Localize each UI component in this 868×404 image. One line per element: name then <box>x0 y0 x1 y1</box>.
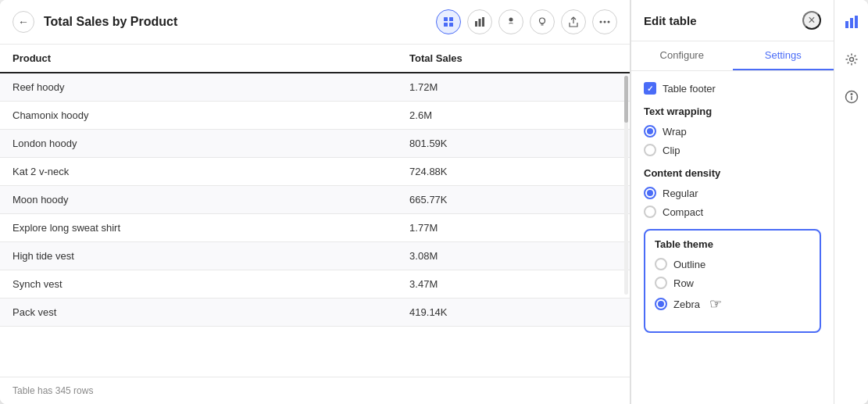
back-button[interactable]: ← <box>13 11 34 33</box>
panel-title: Edit table <box>644 14 697 27</box>
sales-cell: 801.59K <box>397 130 630 158</box>
table-theme-title: Table theme <box>655 238 810 250</box>
more-options-button[interactable] <box>592 9 617 34</box>
svg-rect-4 <box>475 21 477 27</box>
table-footer-label: Table footer <box>663 83 716 95</box>
table-header-row: Product Total Sales <box>0 45 630 73</box>
product-cell: Pack vest <box>0 299 397 327</box>
sidebar-settings-icon[interactable] <box>839 47 864 72</box>
text-wrapping-title: Text wrapping <box>644 105 821 117</box>
close-panel-button[interactable]: × <box>802 11 821 30</box>
outline-option[interactable]: Outline <box>655 258 810 270</box>
table-footer: Table has 345 rows <box>0 377 630 404</box>
toolbar <box>436 9 617 34</box>
share-button[interactable] <box>561 9 586 34</box>
page-title: Total Sales by Product <box>44 15 427 29</box>
svg-point-10 <box>604 21 606 23</box>
sidebar-info-icon[interactable] <box>839 84 864 109</box>
tab-settings[interactable]: Settings <box>733 41 834 70</box>
product-cell: Kat 2 v-neck <box>0 158 397 186</box>
bulb-button[interactable] <box>530 9 555 34</box>
svg-rect-3 <box>449 23 453 27</box>
table-row: London hoody801.59K <box>0 130 630 158</box>
row-radio[interactable] <box>655 277 667 289</box>
sales-cell: 1.77M <box>397 214 630 242</box>
zebra-option[interactable]: Zebra ☞ <box>655 295 810 313</box>
table-row: Chamonix hoody2.6M <box>0 102 630 130</box>
table-wrapper: Product Total Sales Reef hoody1.72MChamo… <box>0 45 630 377</box>
table-row: Reef hoody1.72M <box>0 73 630 102</box>
sales-cell: 419.14K <box>397 299 630 327</box>
content-density-group: Regular Compact <box>644 187 821 218</box>
svg-point-8 <box>540 18 545 23</box>
cursor-hand-icon: ☞ <box>709 295 722 313</box>
product-cell: Chamonix hoody <box>0 102 397 130</box>
bar-chart-button[interactable] <box>467 9 492 34</box>
vertical-scrollbar[interactable] <box>624 76 628 295</box>
product-cell: High tide vest <box>0 242 397 270</box>
sales-cell: 665.77K <box>397 186 630 214</box>
clip-option[interactable]: Clip <box>644 144 821 156</box>
panel-body: Table footer Text wrapping Wrap Clip Con… <box>631 71 834 404</box>
compact-label: Compact <box>663 206 703 218</box>
table-row: High tide vest3.08M <box>0 242 630 270</box>
svg-point-9 <box>600 21 602 23</box>
svg-point-7 <box>509 18 513 22</box>
compact-option[interactable]: Compact <box>644 206 821 218</box>
sales-cell: 1.72M <box>397 73 630 102</box>
product-cell: Explore long sweat shirt <box>0 214 397 242</box>
outline-radio[interactable] <box>655 258 667 270</box>
svg-rect-1 <box>449 17 453 21</box>
zebra-label: Zebra <box>673 299 700 310</box>
regular-radio[interactable] <box>644 187 656 199</box>
wrap-option[interactable]: Wrap <box>644 125 821 138</box>
sales-cell: 724.88K <box>397 158 630 186</box>
table-theme-section: Table theme Outline Row Zebra ☞ <box>644 229 821 333</box>
table-row: Synch vest3.47M <box>0 270 630 299</box>
svg-rect-6 <box>482 17 484 27</box>
text-wrapping-group: Wrap Clip <box>644 125 821 156</box>
table-row: Explore long sweat shirt1.77M <box>0 214 630 242</box>
svg-rect-14 <box>855 16 858 28</box>
sales-cell: 3.47M <box>397 270 630 299</box>
col-header-sales: Total Sales <box>397 45 630 73</box>
sales-cell: 2.6M <box>397 102 630 130</box>
tab-configure[interactable]: Configure <box>631 41 733 70</box>
edit-panel: Edit table × Configure Settings Table fo… <box>630 0 834 404</box>
data-table: Product Total Sales Reef hoody1.72MChamo… <box>0 45 630 327</box>
wrap-label: Wrap <box>663 126 687 138</box>
svg-rect-13 <box>850 18 853 28</box>
table-row: Kat 2 v-neck724.88K <box>0 158 630 186</box>
table-footer-setting: Table footer <box>644 82 821 95</box>
svg-point-11 <box>608 21 610 23</box>
zebra-radio[interactable] <box>655 298 667 310</box>
row-label: Row <box>673 277 694 289</box>
svg-rect-12 <box>845 21 848 28</box>
product-cell: Moon hoody <box>0 186 397 214</box>
svg-rect-2 <box>444 23 448 27</box>
svg-point-15 <box>849 58 853 62</box>
clip-radio[interactable] <box>644 144 656 156</box>
table-view-button[interactable] <box>436 9 461 34</box>
panel-header: Edit table × <box>631 0 834 41</box>
scrollbar-thumb[interactable] <box>624 76 628 123</box>
pin-button[interactable] <box>498 9 523 34</box>
table-row: Pack vest419.14K <box>0 299 630 327</box>
product-cell: Reef hoody <box>0 73 397 102</box>
svg-point-18 <box>851 94 852 95</box>
row-option[interactable]: Row <box>655 277 810 289</box>
product-cell: London hoody <box>0 130 397 158</box>
wrap-radio[interactable] <box>644 125 656 138</box>
regular-option[interactable]: Regular <box>644 187 821 199</box>
sidebar-chart-icon[interactable] <box>839 9 864 34</box>
panel-tabs: Configure Settings <box>631 41 834 71</box>
regular-label: Regular <box>663 188 698 199</box>
table-theme-group: Outline Row Zebra ☞ <box>655 258 810 313</box>
outline-label: Outline <box>673 259 705 270</box>
compact-radio[interactable] <box>644 206 656 218</box>
table-footer-checkbox[interactable] <box>644 82 656 95</box>
content-density-title: Content density <box>644 167 821 179</box>
clip-label: Clip <box>663 145 680 156</box>
svg-rect-5 <box>479 19 481 27</box>
table-row: Moon hoody665.77K <box>0 186 630 214</box>
